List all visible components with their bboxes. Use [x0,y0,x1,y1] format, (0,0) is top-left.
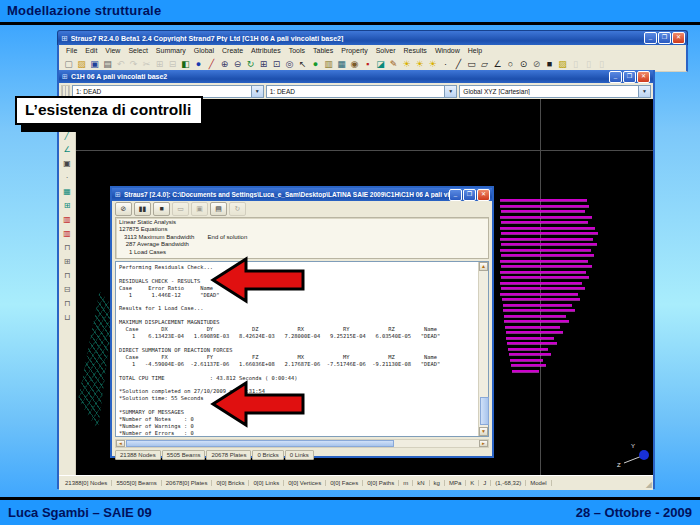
point-icon[interactable]: · [62,173,73,183]
find-icon[interactable]: ◎ [283,58,296,70]
menu-create[interactable]: Create [218,47,247,54]
menu-tools[interactable]: Tools [285,47,309,54]
vertex-icon[interactable]: ▣ [62,159,73,169]
chevron-down-icon[interactable]: ▼ [638,86,650,97]
entity-tab-2[interactable]: 20678 Plates [206,450,251,460]
globe-icon[interactable]: ● [309,58,322,70]
scroll-down-icon[interactable]: ▼ [479,427,488,436]
grid-icon[interactable]: ▦ [335,58,348,70]
chevron-down-icon[interactable]: ▼ [444,86,456,97]
menu-tables[interactable]: Tables [309,47,337,54]
menu-summary[interactable]: Summary [152,47,190,54]
print-icon[interactable]: ▤ [101,58,114,70]
minimize-button[interactable]: _ [644,32,657,44]
model-close-button[interactable]: ✕ [637,71,650,83]
vertical-scrollbar[interactable]: ▲ ▼ [478,262,488,436]
pause-solve-button[interactable]: ▮▮ [134,202,151,216]
menu-help[interactable]: Help [464,47,486,54]
app-titlebar[interactable]: ⊞ Straus7 R2.4.0 Beta1 2.4 Copyright Str… [57,30,688,45]
pan-icon[interactable]: ⊡ [270,58,283,70]
menu-view[interactable]: View [101,47,124,54]
scroll-up-icon[interactable]: ▲ [479,262,488,271]
model-maximize-button[interactable]: ❐ [623,71,636,83]
menu-property[interactable]: Property [337,47,371,54]
refresh-log-button[interactable]: ↻ [229,202,246,216]
orbit-icon[interactable]: ● [192,58,205,70]
beam-tool-icon[interactable]: ╱ [452,58,465,70]
copy-icon[interactable]: ⊞ [153,58,166,70]
zoom-extents-icon[interactable]: ⊞ [257,58,270,70]
menu-solver[interactable]: Solver [372,47,400,54]
view-results-button[interactable]: ▣ [191,202,208,216]
plate-icon[interactable]: ◪ [374,58,387,70]
view-front-icon[interactable]: ⊓ [62,243,73,253]
view-bottom-icon[interactable]: ⊔ [62,313,73,323]
zoom-out-icon[interactable]: ⊖ [231,58,244,70]
light-bulb2-icon[interactable]: ☀ [413,58,426,70]
entity-tab-4[interactable]: 0 Links [285,450,314,460]
plate-tool-icon[interactable]: ▭ [465,58,478,70]
menu-window[interactable]: Window [431,47,464,54]
support-left-icon[interactable]: ▥ [62,215,73,225]
scrollbar-thumb[interactable] [126,440,394,447]
close-button[interactable]: ✕ [672,32,685,44]
redo-icon[interactable]: ↷ [127,58,140,70]
light-bulb-icon[interactable]: ☀ [400,58,413,70]
entity-tab-3[interactable]: 0 Bricks [252,450,283,460]
result-case-combo[interactable]: 1: DEAD ▼ [266,85,458,98]
print-log-button[interactable]: ▤ [210,202,227,216]
extra3-icon[interactable]: ▯ [595,58,608,70]
clip-icon[interactable]: ⊘ [530,58,543,70]
record-button[interactable]: ■ [153,202,170,216]
solver-close-button[interactable]: ✕ [477,189,490,201]
paste-icon[interactable]: ⊟ [166,58,179,70]
scrollbar-thumb[interactable] [480,397,489,425]
chevron-down-icon[interactable]: ▼ [251,86,263,97]
entity-tab-0[interactable]: 21388 Nodes [115,450,161,460]
menu-results[interactable]: Results [400,47,431,54]
bucket-icon[interactable]: ▨ [556,58,569,70]
cut-icon[interactable]: ✂ [140,58,153,70]
extra2-icon[interactable]: ▯ [582,58,595,70]
open-file-icon[interactable]: ▨ [75,58,88,70]
menu-global[interactable]: Global [190,47,218,54]
coordinate-system-combo[interactable]: Global XYZ [Cartesian] ▼ [459,85,651,98]
brick-tool-icon[interactable]: ▱ [478,58,491,70]
node-tool-icon[interactable]: · [439,58,452,70]
extra1-icon[interactable]: ▯ [569,58,582,70]
solver-dialog-titlebar[interactable]: ⊞ Straus7 [2.4.0]: C:\Documents and Sett… [112,188,492,201]
circle-tool-icon[interactable]: ○ [504,58,517,70]
save-icon[interactable]: ▣ [88,58,101,70]
pen-icon[interactable]: ✎ [387,58,400,70]
resize-grip[interactable]: ◢ [646,480,652,489]
undo-icon[interactable]: ↶ [114,58,127,70]
stop-solve-button[interactable]: ⊘ [115,202,132,216]
log-file-button[interactable]: ▭ [172,202,189,216]
line-view-icon[interactable]: ╱ [205,58,218,70]
marker-icon[interactable]: ▪ [361,58,374,70]
solver-maximize-button[interactable]: ❐ [463,189,476,201]
layers-icon[interactable]: ▥ [322,58,335,70]
entity-tab-1[interactable]: 5505 Beams [162,450,206,460]
zoom-in-icon[interactable]: ⊕ [218,58,231,70]
model-window-titlebar[interactable]: ⊞ C1H 06 A pali vincolati base2 _ ❐ ✕ [59,70,653,83]
solver-minimize-button[interactable]: _ [449,189,462,201]
model-minimize-button[interactable]: _ [609,71,622,83]
view-top-icon[interactable]: ⊞ [62,257,73,267]
solid-fill-icon[interactable]: ■ [543,58,556,70]
link-icon[interactable]: ∠ [62,145,73,155]
menu-select[interactable]: Select [124,47,151,54]
maximize-button[interactable]: ❐ [658,32,671,44]
horizontal-scrollbar[interactable]: ◄ ► [115,439,489,448]
menu-attributes[interactable]: Attributes [247,47,285,54]
menu-file[interactable]: File [62,47,81,54]
wireframe-icon[interactable]: ◧ [179,58,192,70]
view-iso-icon[interactable]: ⊟ [62,285,73,295]
poly-tool-icon[interactable]: ∠ [491,58,504,70]
new-file-icon[interactable]: ▢ [62,58,75,70]
beam-icon[interactable]: ╱ [62,131,73,141]
menu-edit[interactable]: Edit [81,47,101,54]
patch-icon[interactable]: ⊞ [62,201,73,211]
view-side-icon[interactable]: ⊓ [62,271,73,281]
measure-icon[interactable]: ⊙ [517,58,530,70]
